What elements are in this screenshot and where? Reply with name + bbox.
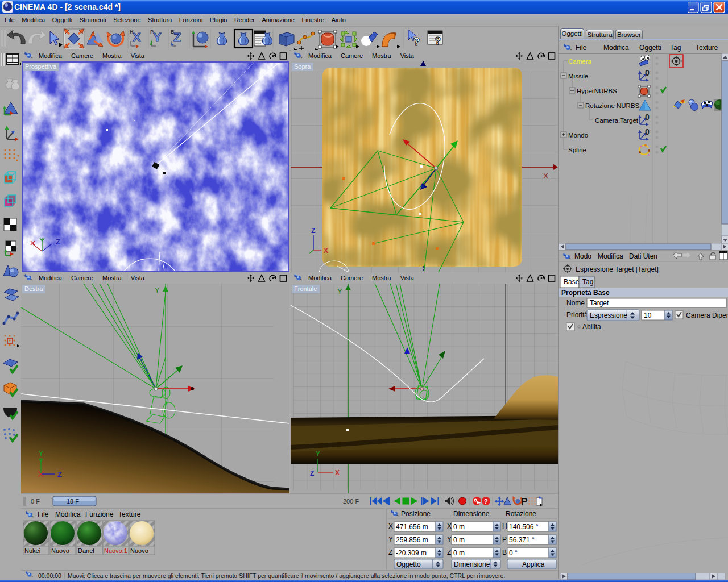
svg-text:Z: Z	[173, 30, 181, 44]
svg-text:?: ?	[484, 498, 488, 505]
svg-text:56.371 °: 56.371 °	[509, 536, 535, 544]
svg-text:00:00:00: 00:00:00	[38, 572, 61, 579]
svg-text:Camera Dipende: Camera Dipende	[686, 311, 728, 319]
svg-text:X: X	[133, 30, 141, 44]
svg-text:Tag: Tag	[582, 278, 593, 286]
svg-text:Z: Z	[57, 470, 62, 479]
svg-text:259.856 m: 259.856 m	[396, 536, 428, 544]
svg-text:0: 0	[645, 127, 650, 136]
svg-text:Z: Z	[56, 238, 60, 246]
svg-text:Z: Z	[388, 548, 392, 556]
svg-text:?: ?	[413, 35, 420, 48]
svg-text:Y: Y	[153, 30, 162, 44]
svg-text:H: H	[502, 522, 507, 530]
svg-text:X: X	[324, 247, 328, 255]
svg-text:X: X	[543, 172, 548, 180]
svg-text:Target: Target	[590, 299, 609, 307]
svg-text:Oggetti: Oggetti	[639, 44, 661, 52]
svg-text:0 m: 0 m	[453, 549, 465, 557]
svg-text:0 m: 0 m	[453, 523, 465, 531]
svg-text:Z: Z	[447, 548, 451, 556]
svg-text:X: X	[388, 522, 393, 530]
svg-text:0 °: 0 °	[509, 549, 518, 557]
svg-text:140.506 °: 140.506 °	[509, 523, 539, 531]
svg-text:Y: Y	[388, 535, 393, 543]
svg-text:Nome: Nome	[566, 299, 585, 307]
svg-text:B: B	[502, 548, 507, 556]
svg-text:18 F: 18 F	[67, 498, 79, 505]
svg-text:Modifica: Modifica	[598, 252, 623, 260]
svg-text:Funzione: Funzione	[85, 510, 114, 518]
svg-text:Tag: Tag	[670, 44, 681, 52]
svg-text:Y: Y	[337, 287, 342, 296]
svg-text:0 m: 0 m	[453, 536, 465, 544]
svg-text:Modifica: Modifica	[55, 510, 81, 518]
svg-text:Nukei: Nukei	[24, 547, 40, 554]
svg-text:0 F: 0 F	[31, 498, 40, 505]
svg-text:Danel: Danel	[78, 547, 94, 554]
svg-text:Muovi: Clicca e trascina per m: Muovi: Clicca e trascina per muovere gli…	[68, 572, 505, 579]
svg-text:Modifica: Modifica	[603, 44, 629, 52]
svg-text:Y: Y	[155, 286, 160, 294]
svg-text:X: X	[335, 469, 340, 477]
svg-text:Oggetto: Oggetto	[396, 560, 421, 568]
svg-text:0: 0	[645, 113, 650, 122]
svg-text:P: P	[502, 535, 507, 543]
svg-text:Base: Base	[564, 278, 580, 286]
svg-text:Dati Uten: Dati Uten	[629, 252, 657, 260]
svg-text:File: File	[576, 44, 587, 52]
svg-text:Nuovo: Nuovo	[51, 547, 69, 554]
svg-text:0: 0	[645, 68, 650, 77]
svg-text:Modo: Modo	[574, 252, 592, 260]
svg-text:P: P	[521, 496, 528, 508]
svg-text:Texture: Texture	[118, 510, 141, 518]
svg-text:X: X	[447, 522, 452, 530]
svg-text:Mondo: Mondo	[568, 132, 588, 139]
svg-text:?: ?	[435, 35, 441, 47]
svg-text:Rotazione: Rotazione	[506, 510, 536, 518]
svg-text:Abilita: Abilita	[582, 323, 601, 331]
svg-text:Nuovo.1: Nuovo.1	[104, 547, 127, 554]
svg-text:Camera.Target: Camera.Target	[595, 117, 639, 124]
svg-text:Posizione: Posizione	[401, 510, 431, 518]
svg-text:Y: Y	[39, 450, 43, 458]
svg-text:Dimensione: Dimensione	[454, 560, 490, 568]
svg-text:Z: Z	[311, 227, 315, 235]
svg-text:Proprietà Base: Proprietà Base	[561, 289, 610, 297]
svg-text:Applica: Applica	[522, 560, 545, 568]
svg-text:Espressione Target [Target]: Espressione Target [Target]	[576, 265, 659, 273]
svg-text:-20.309 m: -20.309 m	[396, 549, 427, 557]
svg-text:Y: Y	[316, 450, 320, 458]
svg-text:Nuovo: Nuovo	[130, 547, 148, 554]
svg-text:10: 10	[644, 311, 652, 319]
svg-text:Y: Y	[447, 535, 452, 543]
svg-text:Z: Z	[310, 469, 314, 477]
svg-text:Rotazione NURBS: Rotazione NURBS	[585, 102, 640, 109]
svg-text:Espressione: Espressione	[590, 311, 627, 319]
svg-text:Camera: Camera	[568, 58, 592, 65]
svg-text:Spline: Spline	[568, 147, 586, 153]
svg-text:Dimensione: Dimensione	[453, 510, 490, 518]
svg-text:Texture: Texture	[696, 44, 718, 52]
svg-text:200 F: 200 F	[343, 498, 359, 505]
svg-text:HyperNURBS: HyperNURBS	[577, 88, 617, 94]
svg-text:Priorità: Priorità	[566, 311, 588, 319]
svg-text:Missile: Missile	[568, 73, 588, 80]
svg-text:471.656 m: 471.656 m	[396, 523, 428, 531]
svg-text:File: File	[38, 510, 49, 518]
